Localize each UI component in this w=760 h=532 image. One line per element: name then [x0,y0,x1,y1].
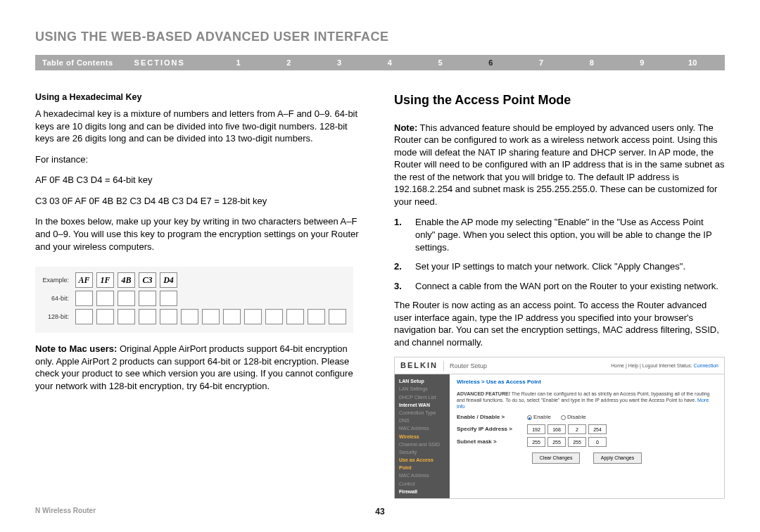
key-row-64bit-label: 64-bit: [39,294,69,303]
nav-item-2[interactable]: 2 [264,58,315,68]
nav-item-7[interactable]: 7 [516,58,566,68]
key-input[interactable] [118,291,135,306]
mask-octet-input[interactable]: 255 [547,437,566,447]
hex-key-heading: Using a Hexadecimal Key [35,91,366,103]
key-input[interactable] [308,309,325,324]
hex-key-p1: A hexadecimal key is a mixture of number… [35,108,366,145]
key-entry-area: Example: AF 1F 4B C3 D4 64-bit: 128-bit: [35,267,353,333]
step-3-text: Connect a cable from the WAN port on the… [415,280,718,293]
nav-item-8[interactable]: 8 [566,58,617,68]
radio-disable[interactable]: Disable [561,414,586,422]
row-mask-label: Subnet mask > [457,438,527,446]
embed-brand: BELKIN [400,360,438,371]
nav-toc[interactable]: Table of Contents [42,58,113,68]
key-box: AF [75,272,93,288]
router-screenshot: BELKIN Router Setup Home | Help | Logout… [394,357,725,499]
ip-octet-input[interactable]: 168 [547,424,566,434]
sidebar-conn-type[interactable]: Connection Type [399,409,445,417]
key-input[interactable] [75,291,93,306]
sidebar-firewall[interactable]: Firewall [399,488,445,495]
divider-icon [443,361,444,371]
key-input[interactable] [96,309,114,324]
key-box: D4 [160,272,177,288]
mask-octet-input[interactable]: 255 [568,437,586,447]
embed-subtitle: Router Setup [450,362,487,370]
step-2-num: 2. [394,260,415,273]
key-input[interactable] [118,309,135,324]
key-input[interactable] [244,309,262,324]
nav-sections-label: SECTIONS [134,58,185,68]
sidebar-dhcp[interactable]: DHCP Client List [399,393,445,401]
embed-adv-note: ADVANCED FEATURE! The Router can be conf… [457,391,717,410]
hex-key-p2: In the boxes below, make up your key by … [35,215,366,253]
ap-after-para: The Router is now acting as an access po… [394,299,725,348]
mask-octet-input[interactable]: 0 [588,437,607,447]
mask-octet-input[interactable]: 255 [527,437,545,447]
ap-mode-heading: Using the Access Point Mode [394,91,725,108]
ip-octet-input[interactable]: 2 [568,424,586,434]
embed-top-links[interactable]: Home | Help | Logout Internet Status: [611,363,692,368]
key-input[interactable] [139,291,156,306]
row-mask: Subnet mask > 255 255 255 0 [457,437,717,447]
sidebar-mac[interactable]: MAC Address [399,424,445,432]
embed-header: BELKIN Router Setup Home | Help | Logout… [395,357,724,374]
sidebar-wireless[interactable]: Wireless [399,433,445,441]
step-1-num: 1. [394,216,415,253]
radio-icon [561,415,566,420]
key-box: 4B [118,272,135,288]
nav-item-5[interactable]: 5 [415,58,466,68]
radio-icon [527,415,532,420]
key-input[interactable] [96,291,114,306]
nav-item-4[interactable]: 4 [365,58,415,68]
key-input[interactable] [160,291,177,306]
clear-changes-button[interactable]: Clear Changes [532,452,581,463]
key-input[interactable] [265,309,283,324]
sidebar-security[interactable]: Security [399,448,445,456]
key-row-example-label: Example: [39,276,69,284]
sidebar-internet-wan[interactable]: Internet WAN [399,401,445,409]
example-64bit: AF 0F 4B C3 D4 = 64-bit key [35,174,366,186]
embed-adv-bold: ADVANCED FEATURE! [457,391,510,396]
nav-item-6[interactable]: 6 [465,58,516,68]
sidebar-ap[interactable]: Use as Access Point [399,456,445,471]
footer-product: N Wireless Router [35,506,96,516]
for-instance: For instance: [35,153,366,166]
key-input[interactable] [75,309,93,324]
sidebar-wac[interactable]: MAC Address Control [399,471,445,487]
nav-item-3[interactable]: 3 [314,58,365,68]
key-input[interactable] [139,309,156,324]
example-128bit: C3 03 0F AF 0F 4B B2 C3 D4 4B C3 D4 E7 =… [35,195,366,208]
key-input[interactable] [160,309,177,324]
ap-note-bold: Note: [394,122,417,133]
mac-note: Note to Mac users: Original Apple AirPor… [35,343,366,392]
row-ip: Specify IP Address > 192 168 2 254 [457,424,717,434]
key-input[interactable] [181,309,198,324]
page-number: 43 [375,506,384,517]
apply-changes-button[interactable]: Apply Changes [593,452,642,463]
sidebar-channel[interactable]: Channel and SSID [399,441,445,448]
key-input[interactable] [223,309,241,324]
step-3: 3.Connect a cable from the WAN port on t… [394,280,725,293]
key-input[interactable] [286,309,304,324]
sidebar-lan-settings[interactable]: LAN Settings [399,385,445,393]
nav-item-1[interactable]: 1 [213,58,264,68]
nav-item-9[interactable]: 9 [617,58,668,68]
key-row-128bit-label: 128-bit: [39,312,69,321]
footer: N Wireless Router 43 [35,506,725,516]
sidebar-dns[interactable]: DNS [399,417,445,424]
embed-top-right: Home | Help | Logout Internet Status: Co… [611,362,718,369]
embed-buttons: Clear Changes Apply Changes [457,452,717,463]
nav-item-10[interactable]: 10 [667,58,718,68]
key-row-64bit: 64-bit: [39,291,346,306]
embed-sidebar: LAN Setup LAN Settings DHCP Client List … [395,374,450,498]
ap-note: Note: This advanced feature should be em… [394,122,725,208]
key-input[interactable] [202,309,220,324]
key-box: 1F [96,272,114,288]
step-1-text: Enable the AP mode my selecting "Enable"… [415,216,725,253]
sidebar-lan-setup[interactable]: LAN Setup [399,377,445,385]
radio-enable[interactable]: Enable [527,414,551,422]
key-input[interactable] [329,309,346,324]
row-ip-label: Specify IP Address > [457,426,527,433]
ip-octet-input[interactable]: 192 [527,424,545,434]
ip-octet-input[interactable]: 254 [588,424,607,434]
